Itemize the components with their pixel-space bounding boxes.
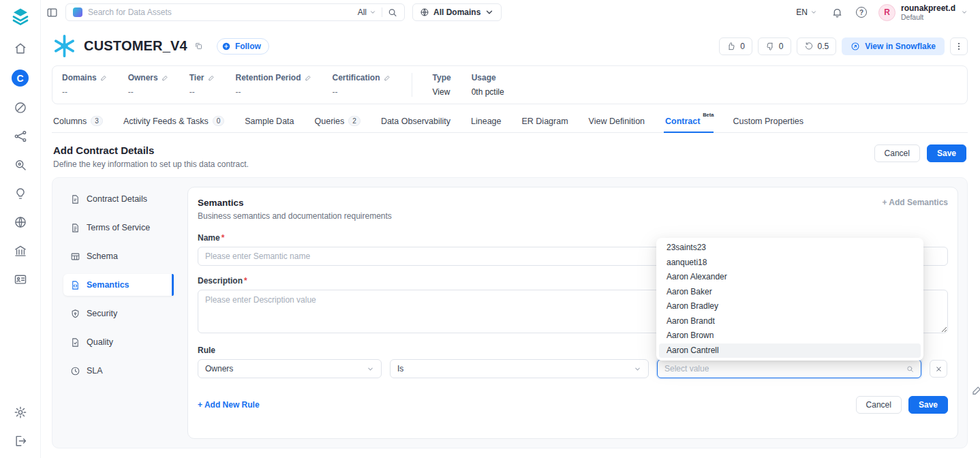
kebab-icon (954, 42, 964, 51)
divider (412, 73, 412, 97)
metadata-strip: Domains -- Owners -- Tier -- Retention P… (52, 65, 968, 104)
tab-view-definition[interactable]: View Definition (587, 111, 646, 132)
meta-label: Type (433, 73, 451, 82)
tab-columns[interactable]: Columns3 (52, 111, 104, 132)
dropdown-option-highlighted[interactable]: Aaron Cantrell (659, 344, 921, 358)
tab-activity-feeds[interactable]: Activity Feeds & Tasks0 (122, 111, 226, 132)
security-icon (70, 309, 80, 319)
meta-tier: Tier -- (189, 73, 215, 97)
upvote-button[interactable]: 0 (719, 37, 752, 55)
tab-er-diagram[interactable]: ER Diagram (521, 111, 570, 132)
avatar: R (878, 4, 895, 21)
required-mark: * (221, 233, 225, 243)
settings-icon[interactable] (13, 405, 28, 420)
nav-security[interactable]: Security (63, 303, 174, 324)
dropdown-option[interactable]: Aaron Alexander (659, 270, 921, 285)
close-icon (935, 365, 943, 373)
tab-sample-data[interactable]: Sample Data (243, 111, 295, 132)
nav-semantics[interactable]: Semantics (63, 274, 174, 296)
meta-value: -- (333, 87, 391, 97)
form-save-button[interactable]: Save (908, 396, 948, 414)
edit-pencil-icon[interactable] (100, 74, 108, 82)
more-actions-button[interactable] (950, 37, 968, 55)
tab-contract[interactable]: ContractBeta (664, 111, 714, 132)
add-new-rule-button[interactable]: + Add New Rule (198, 400, 260, 410)
follow-button[interactable]: Follow (217, 38, 269, 55)
logout-icon[interactable] (13, 433, 28, 448)
dropdown-option[interactable]: Aaron Bradley (659, 299, 921, 314)
edit-pencil-icon[interactable] (162, 74, 169, 82)
collate-logo[interactable] (10, 6, 31, 27)
dropdown-option[interactable]: 23saints23 (659, 241, 921, 256)
nav-contract-details[interactable]: Contract Details (63, 188, 174, 210)
edit-pencil-icon[interactable] (305, 74, 312, 82)
external-link-icon (851, 42, 860, 51)
insights-icon[interactable] (13, 186, 28, 201)
home-icon[interactable] (13, 41, 28, 56)
cancel-button[interactable]: Cancel (874, 144, 920, 162)
form-title: Semantics (198, 198, 392, 208)
meta-owners: Owners -- (128, 73, 169, 97)
downvote-button[interactable]: 0 (758, 37, 791, 55)
tab-count: 3 (91, 116, 103, 126)
domains-icon[interactable] (13, 215, 28, 230)
nav-sla[interactable]: SLA (63, 360, 174, 382)
edit-pencil-icon[interactable] (208, 74, 215, 82)
all-domains-button[interactable]: All Domains (412, 3, 502, 21)
tab-count: 0 (213, 116, 225, 126)
copy-icon[interactable] (194, 42, 203, 50)
dropdown-option[interactable]: Aaron Baker (659, 285, 921, 300)
version-button[interactable]: 0.5 (797, 37, 837, 55)
glossary-icon[interactable] (13, 272, 28, 287)
meta-value: View (433, 87, 451, 97)
dropdown-option[interactable]: Aaron Brandt (659, 314, 921, 329)
dropdown-option[interactable]: Aaron Brown (659, 329, 921, 344)
meta-label: Domains (62, 73, 97, 82)
rule-value-select[interactable]: Select value (657, 359, 921, 378)
contract-nav: Contract Details Terms of Service Schema… (63, 187, 174, 439)
search-scope-select[interactable]: All (358, 7, 376, 17)
meta-label: Owners (128, 73, 158, 82)
meta-value: -- (189, 87, 215, 97)
global-search-input[interactable] (88, 7, 352, 17)
tab-data-observability[interactable]: Data Observability (380, 111, 452, 132)
global-search[interactable]: All (65, 3, 405, 21)
explore-icon[interactable] (13, 100, 28, 115)
search-scope-label: All (358, 7, 367, 17)
collate-app-icon[interactable]: C (12, 70, 29, 87)
nav-schema[interactable]: Schema (63, 245, 174, 267)
thumbs-down-icon (765, 42, 775, 51)
dropdown-option[interactable]: aanqueti18 (659, 256, 921, 271)
add-semantics-button[interactable]: + Add Semantics (882, 198, 948, 207)
observability-icon[interactable] (13, 157, 28, 172)
nav-terms-of-service[interactable]: Terms of Service (63, 217, 174, 239)
notifications-bell-icon[interactable] (831, 7, 843, 18)
follow-label: Follow (235, 42, 261, 51)
rule-field-select[interactable]: Owners (198, 359, 382, 378)
meta-retention: Retention Period -- (236, 73, 312, 97)
remove-rule-button[interactable] (930, 360, 947, 378)
view-in-snowflake-button[interactable]: View in Snowflake (842, 37, 945, 55)
form-cancel-button[interactable]: Cancel (856, 396, 902, 414)
help-icon[interactable]: ? (856, 7, 867, 18)
tab-lineage[interactable]: Lineage (470, 111, 503, 132)
user-menu[interactable]: R rounakpreet.d Default (878, 4, 968, 21)
tab-queries[interactable]: Queries2 (313, 111, 362, 132)
edit-pencil-icon[interactable] (384, 74, 391, 82)
nav-quality[interactable]: Quality (63, 331, 174, 353)
tab-custom-properties[interactable]: Custom Properties (731, 111, 805, 132)
meta-value: -- (128, 87, 169, 97)
sidebar-toggle-icon[interactable] (46, 7, 58, 18)
language-select[interactable]: EN (796, 7, 817, 17)
rule-operator-select[interactable]: Is (390, 359, 649, 378)
entity-header: CUSTOMER_V4 Follow 0 0 0.5 (41, 25, 980, 65)
save-button[interactable]: Save (927, 144, 966, 162)
topbar: All All Domains EN ? R rounakp (41, 0, 980, 25)
govern-icon[interactable] (13, 243, 28, 258)
meta-label: Usage (472, 73, 496, 82)
lineage-icon[interactable] (13, 129, 28, 144)
search-icon[interactable] (388, 7, 397, 17)
schema-icon (70, 251, 80, 262)
feedback-pencil-icon[interactable] (971, 384, 980, 397)
required-mark: * (244, 276, 247, 286)
